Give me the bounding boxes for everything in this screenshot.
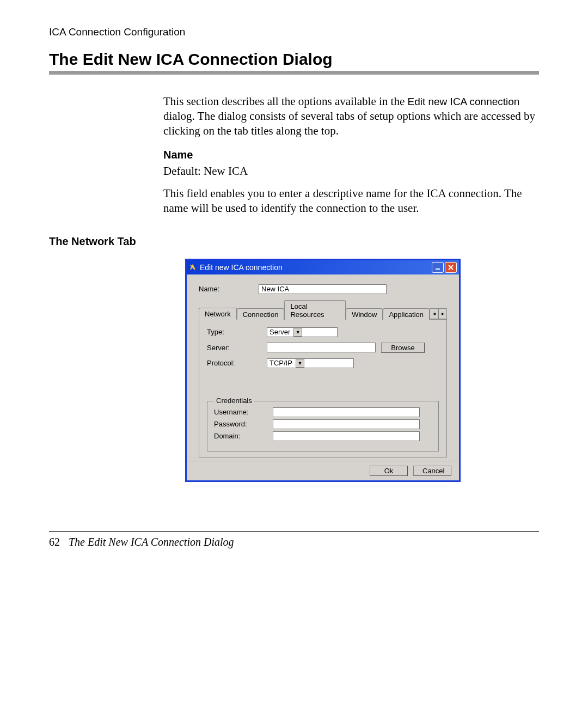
username-label: Username: <box>214 408 273 416</box>
credentials-legend: Credentials <box>214 396 254 405</box>
footer-text: The Edit New ICA Connection Dialog <box>69 536 234 548</box>
dialog-screenshot: Edit new ICA connection Name: Network Co… <box>185 259 539 482</box>
intro-block: This section describes all the options a… <box>163 94 539 216</box>
page-title: The Edit New ICA Connection Dialog <box>49 50 539 69</box>
titlebar[interactable]: Edit new ICA connection <box>187 260 459 274</box>
protocol-label: Protocol: <box>207 359 267 367</box>
credentials-group: Credentials Username: Password: Domain: <box>207 401 439 451</box>
page-number: 62 <box>49 536 60 548</box>
type-select[interactable]: Server ▼ <box>267 327 338 337</box>
tabs-scroll-right[interactable]: ▸ <box>438 308 447 319</box>
footer-rule <box>49 531 539 532</box>
minimize-button[interactable] <box>432 262 444 273</box>
username-input[interactable] <box>273 407 420 417</box>
server-label: Server: <box>207 344 267 352</box>
browse-button[interactable]: Browse <box>381 343 425 353</box>
page-footer: 62The Edit New ICA Connection Dialog <box>49 536 539 548</box>
network-panel: Type: Server ▼ Server: Browse Protocol: <box>199 320 447 457</box>
tab-application[interactable]: Application <box>383 308 430 320</box>
tab-bar: Network Connection Local Resources Windo… <box>199 300 447 320</box>
name-default: Default: New ICA <box>163 164 539 179</box>
cancel-button[interactable]: Cancel <box>413 466 451 476</box>
tabs-scroll-left[interactable]: ◂ <box>430 308 438 319</box>
running-header: ICA Connection Configuration <box>49 26 539 38</box>
protocol-select[interactable]: TCP/IP ▼ <box>267 358 354 368</box>
intro-pre: This section describes all the options a… <box>163 95 407 108</box>
dialog-body: Name: Network Connection Local Resources… <box>187 274 459 461</box>
name-description: This field enables you to enter a descri… <box>163 186 539 216</box>
app-icon <box>189 264 197 271</box>
heading-rule <box>49 71 539 75</box>
dialog-window: Edit new ICA connection Name: Network Co… <box>185 259 461 482</box>
chevron-down-icon: ▼ <box>293 328 302 337</box>
tab-network[interactable]: Network <box>199 308 237 320</box>
svg-rect-0 <box>436 268 440 270</box>
protocol-value: TCP/IP <box>270 359 292 367</box>
intro-code: Edit new ICA connection <box>407 96 519 107</box>
network-tab-heading: The Network Tab <box>49 235 539 248</box>
name-input[interactable] <box>259 284 387 294</box>
tab-connection[interactable]: Connection <box>237 308 285 320</box>
dialog-title: Edit new ICA connection <box>200 263 431 272</box>
name-subheading: Name <box>163 148 539 162</box>
chevron-down-icon: ▼ <box>296 359 304 368</box>
domain-input[interactable] <box>273 431 420 441</box>
dialog-footer: Ok Cancel <box>187 461 459 480</box>
password-input[interactable] <box>273 419 420 429</box>
tab-local-resources[interactable]: Local Resources <box>284 300 346 320</box>
intro-post: dialog. The dialog consists of several t… <box>163 109 535 137</box>
password-label: Password: <box>214 420 273 428</box>
ok-button[interactable]: Ok <box>370 466 408 476</box>
name-label: Name: <box>199 285 259 293</box>
intro-paragraph: This section describes all the options a… <box>163 94 539 138</box>
close-button[interactable] <box>445 262 457 273</box>
tab-window[interactable]: Window <box>346 308 383 320</box>
type-value: Server <box>270 328 290 336</box>
domain-label: Domain: <box>214 432 273 440</box>
type-label: Type: <box>207 328 267 336</box>
server-input[interactable] <box>267 343 376 352</box>
